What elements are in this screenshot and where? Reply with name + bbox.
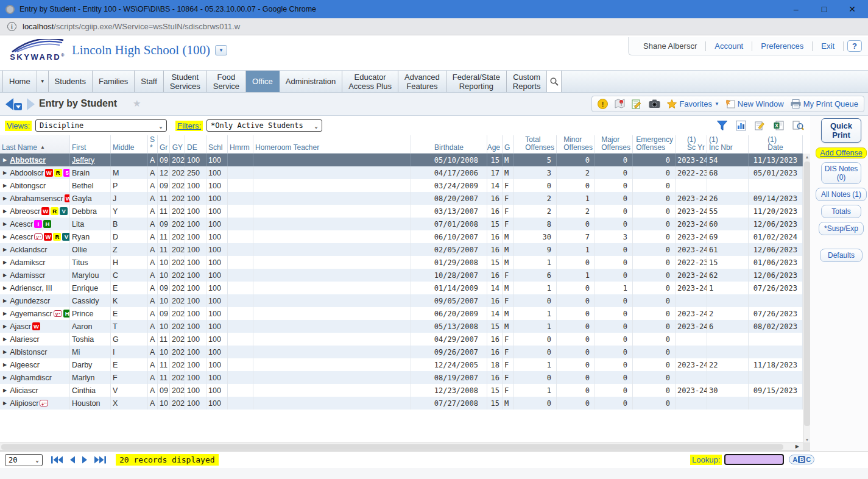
column-header-last[interactable]: Last Name▲ [0,135,70,153]
scroll-down-icon[interactable]: ▼ [803,438,811,442]
table-row-abdoolscr-brain[interactable]: ▶AbdoolscrWR5BrainMA12202425010004/17/20… [0,166,803,179]
preferences-link[interactable]: Preferences [752,41,812,51]
table-row-alipioscr-houston[interactable]: ▶Alipioscr⋯HoustonXA10202610010007/27/20… [0,397,803,410]
side-button-dis-notes-0[interactable]: DIS Notes (0) [821,162,861,184]
note-icon[interactable]: ⋯ [34,233,43,240]
flag-badge-r[interactable]: R [54,169,62,177]
prev-page-button[interactable] [69,456,76,464]
row-expander-icon[interactable]: ▶ [3,298,7,303]
row-expander-icon[interactable]: ▶ [3,234,7,240]
column-header-minor[interactable]: Minor Offenses [557,135,595,153]
column-header-incnbr[interactable]: (1) Inc Nbr [707,135,749,153]
table-row-acescr-ryan[interactable]: ▶Acescr⋯WRVPHRyanDA11202510010006/10/200… [0,230,803,243]
column-header-scyr[interactable]: (1) Sc Yr [676,135,707,153]
lookup-input[interactable] [724,454,784,465]
minimize-button[interactable]: – [791,4,801,14]
column-header-birthdate[interactable]: Birthdate [411,135,487,153]
row-expander-icon[interactable]: ▶ [3,349,7,355]
filters-select[interactable]: *Only Active Students⌄ [206,119,322,132]
edit-icon[interactable] [755,121,765,130]
table-row-agundezscr-cassidy[interactable]: ▶AgundezscrCassidyKA10202610010009/05/20… [0,294,803,307]
table-row-ajascr-aaron[interactable]: ▶AjascrWAaronTA10202610010005/13/200815M… [0,320,803,333]
column-header-teacher[interactable]: Homeroom Teacher [253,135,411,153]
tab-dropdown-icon[interactable]: ▼ [37,71,48,92]
column-header-g[interactable]: G [503,135,514,153]
row-expander-icon[interactable]: ▶ [3,400,7,406]
url-text[interactable]: localhost/scripts/cgiip.exe/WService=wsS… [23,22,240,31]
table-row-abreoscr-debbra[interactable]: ▶AbreoscrWRVDebbraYA11202510010003/13/20… [0,205,803,218]
scroll-right-icon[interactable]: ▶ [796,444,799,449]
horizontal-scrollbar[interactable]: ▶ [0,442,803,450]
tab-students[interactable]: Students [49,71,93,92]
column-header-gr[interactable]: Gr [158,135,170,153]
add-offense-link[interactable]: Add Offense [816,147,866,158]
quick-print-button[interactable]: Quick Print [821,118,861,143]
flag-badge-i[interactable]: I [34,220,42,228]
column-header-schl[interactable]: Schl [206,135,228,153]
row-expander-icon[interactable]: ▶ [3,285,7,291]
column-header-total[interactable]: Total Offenses [514,135,557,153]
tab-educator-access-plus[interactable]: Educator Access Plus [342,71,398,92]
tab-families[interactable]: Families [93,71,135,92]
table-row-alghamdiscr-marlyn[interactable]: ▶AlghamdiscrMarlynFA11202510010008/19/20… [0,371,803,384]
flag-badge-v[interactable]: V [62,233,70,241]
table-row-abitongscr-bethel[interactable]: ▶AbitongscrBethelPA09202710010003/24/200… [0,179,803,192]
tab-federal-state-reporting[interactable]: Federal/State Reporting [446,71,507,92]
flag-badge-w[interactable]: W [45,169,53,177]
print-queue-link[interactable]: My Print Queue [791,99,858,108]
filters-link[interactable]: Filters: [175,121,203,131]
alpha-lookup-button[interactable]: ABC [789,455,814,464]
row-expander-icon[interactable]: ▶ [3,247,7,252]
row-expander-icon[interactable]: ▶ [3,221,7,227]
forward-button[interactable] [26,98,35,111]
excel-export-icon[interactable]: X [774,121,784,130]
table-row-acescr-lita[interactable]: ▶AcescrIHLitaBA09202710010007/01/200815F… [0,218,803,230]
scroll-up-icon[interactable]: ▲ [803,155,811,159]
row-expander-icon[interactable]: ▶ [3,272,7,278]
alert-icon[interactable]: ! [598,99,608,109]
last-page-button[interactable] [94,456,106,464]
row-expander-icon[interactable]: ▶ [3,388,7,393]
vertical-scroll-thumb[interactable] [804,161,810,426]
flag-badge-w[interactable]: W [65,194,70,202]
row-expander-icon[interactable]: ▶ [3,170,7,176]
table-row-adrienscr-iii-enrique[interactable]: ▶Adrienscr, IIIEnriqueEA09202710010001/1… [0,282,803,294]
row-expander-icon[interactable]: ▶ [3,208,7,214]
horizontal-scroll-thumb[interactable] [1,444,783,450]
note-icon[interactable]: ⋯ [54,310,62,317]
row-expander-icon[interactable]: ▶ [3,196,7,201]
table-row-algeescr-darby[interactable]: ▶AlgeescrDarbyEA11202510010012/24/200518… [0,358,803,371]
note-icon[interactable]: ⋯ [40,400,48,406]
flag-badge-w[interactable]: W [44,233,52,241]
chart-icon[interactable] [736,121,746,130]
row-expander-icon[interactable]: ▶ [3,311,7,316]
notes-icon[interactable] [632,99,642,109]
flag-badge-w[interactable]: W [41,207,49,215]
flag-badge-r[interactable]: R [51,207,58,215]
side-button-susp-exp[interactable]: *Susp/Exp [819,222,864,235]
camera-icon[interactable] [649,99,660,108]
column-header-major[interactable]: Major Offenses [595,135,633,153]
side-button-totals[interactable]: Totals [821,205,861,218]
account-link[interactable]: Account [706,41,752,51]
flag-badge-h[interactable]: H [63,310,70,318]
column-header-de[interactable]: DE [185,135,206,153]
site-info-icon[interactable]: i [7,22,16,31]
table-row-acklandscr-ollie[interactable]: ▶AcklandscrOllieZA11202510010002/05/2007… [0,243,803,256]
row-expander-icon[interactable]: ▶ [3,336,7,342]
table-row-adamikscr-titus[interactable]: ▶AdamikscrTitusHA10202610010001/29/20081… [0,256,803,269]
tab-student-services[interactable]: Student Services [164,71,207,92]
tab-administration[interactable]: Administration [280,71,342,92]
print-preview-icon[interactable] [792,121,804,130]
tab-custom-reports[interactable]: Custom Reports [507,71,548,92]
favorite-star-icon[interactable]: ★ [133,98,141,109]
column-header-gy[interactable]: GY [170,135,185,153]
flag-badge-v[interactable]: V [60,207,68,215]
row-expander-icon[interactable]: ▶ [3,375,7,380]
table-row-aliciascr-cinthia[interactable]: ▶AliciascrCinthiaVA09202710010012/23/200… [0,384,803,397]
page-size-select[interactable]: 20⌄ [5,454,43,466]
table-row-agyemanscr-prince[interactable]: ▶Agyemanscr⋯HPrinceEA09202710010006/20/2… [0,307,803,320]
column-header-s[interactable]: S * [148,135,158,153]
column-header-first[interactable]: First [70,135,111,153]
row-expander-icon[interactable]: ▶ [3,157,7,163]
